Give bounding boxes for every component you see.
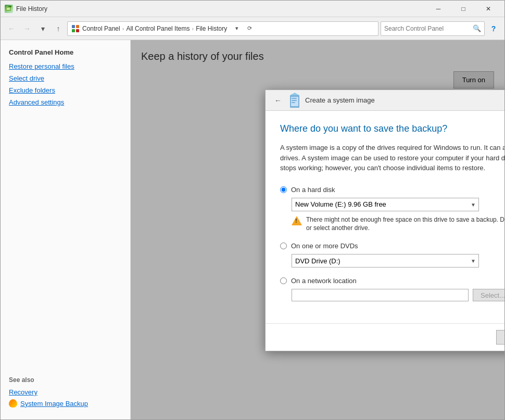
dialog-back-button[interactable]: ← <box>272 94 284 107</box>
hard-disk-label[interactable]: On a hard disk <box>291 186 335 194</box>
svg-rect-12 <box>292 102 295 103</box>
warning-row: There might not be enough free space on … <box>292 215 504 233</box>
dvd-dropdown-wrapper: DVD Drive (D:) ▼ <box>292 254 479 268</box>
network-option: On a network location <box>280 277 504 285</box>
toolbar: ← → ▾ ↑ Control Panel › All Control Pane… <box>1 17 504 40</box>
svg-rect-6 <box>76 29 79 32</box>
window-controls: ─ □ ✕ <box>426 1 500 17</box>
sidebar: Control Panel Home Restore personal file… <box>1 40 131 419</box>
hard-disk-section: On a hard disk New Volume (E:) 9.96 GB f… <box>280 186 504 233</box>
window-title: File History <box>16 5 426 12</box>
dvd-section: On one or more DVDs DVD Drive (D:) ▼ <box>280 242 504 268</box>
main-panel: Keep a history of your files Turn on ← <box>131 40 504 419</box>
select-location-button[interactable]: Select... <box>473 289 504 301</box>
search-icon: 🔍 <box>473 24 481 32</box>
network-label[interactable]: On a network location <box>291 277 357 285</box>
sidebar-link-drive[interactable]: Select drive <box>1 72 130 84</box>
minimize-button[interactable]: ─ <box>426 1 450 17</box>
network-location-row: Select... <box>292 289 504 301</box>
breadcrumb-file-history[interactable]: File History <box>196 25 227 32</box>
dialog-main-question: Where do you want to save the backup? <box>280 123 504 134</box>
address-bar: Control Panel › All Control Panel Items … <box>67 21 378 36</box>
sidebar-bottom: See also Recovery System Image Backup <box>1 376 131 409</box>
sidebar-link-advanced[interactable]: Advanced settings <box>1 96 130 108</box>
network-path-input[interactable] <box>292 289 469 301</box>
svg-rect-10 <box>292 98 297 99</box>
dialog-title-bar: ← Create a system image ✕ <box>266 90 504 111</box>
warning-text: There might not be enough free space on … <box>306 215 504 233</box>
hard-disk-radio[interactable] <box>280 186 287 193</box>
app-icon <box>5 5 13 13</box>
hard-disk-select[interactable]: New Volume (E:) 9.96 GB free <box>292 198 479 211</box>
next-button[interactable]: Next <box>496 330 504 345</box>
cp-icon <box>71 24 80 33</box>
svg-rect-3 <box>72 25 75 28</box>
search-box: 🔍 <box>381 21 485 36</box>
search-input[interactable] <box>384 25 473 32</box>
sidebar-link-system-image[interactable]: System Image Backup <box>9 398 122 409</box>
dialog-description: A system image is a copy of the drives r… <box>280 143 504 173</box>
dialog: ← Create a system image ✕ <box>265 90 504 351</box>
dialog-body: Where do you want to save the backup? A … <box>266 111 504 323</box>
dvd-select[interactable]: DVD Drive (D:) <box>292 254 479 268</box>
address-dropdown-button[interactable]: ▾ <box>231 22 243 35</box>
recovery-label: Recovery <box>9 388 37 396</box>
hard-disk-dropdown-wrapper: New Volume (E:) 9.96 GB free ▼ <box>292 198 479 211</box>
address-actions: ▾ ⟳ <box>231 22 255 35</box>
svg-rect-5 <box>72 29 75 32</box>
system-image-label: System Image Backup <box>20 400 88 408</box>
see-also-label: See also <box>9 376 122 384</box>
hard-disk-option: On a hard disk <box>280 186 504 194</box>
breadcrumb-control-panel[interactable]: Control Panel <box>82 25 120 32</box>
back-button[interactable]: ← <box>5 22 18 35</box>
refresh-button[interactable]: ⟳ <box>244 22 255 35</box>
svg-rect-1 <box>7 8 10 10</box>
dialog-title: Create a system image <box>305 96 504 104</box>
main-window: File History ─ □ ✕ ← → ▾ ↑ Control Panel… <box>0 0 505 420</box>
dialog-title-icon <box>288 92 301 109</box>
breadcrumb-all-items[interactable]: All Control Panel Items <box>126 25 190 32</box>
content-area: Control Panel Home Restore personal file… <box>1 40 504 419</box>
hard-disk-dropdown-row: New Volume (E:) 9.96 GB free ▼ <box>292 198 504 211</box>
window-close-button[interactable]: ✕ <box>476 1 500 17</box>
sidebar-link-restore[interactable]: Restore personal files <box>1 60 130 72</box>
up-button[interactable]: ↑ <box>52 22 65 35</box>
sidebar-link-exclude[interactable]: Exclude folders <box>1 84 130 96</box>
sidebar-heading: Control Panel Home <box>1 46 130 58</box>
svg-rect-4 <box>76 25 79 28</box>
maximize-button[interactable]: □ <box>451 1 475 17</box>
dvd-radio[interactable] <box>280 243 287 249</box>
shield-icon <box>9 399 17 408</box>
dvd-label[interactable]: On one or more DVDs <box>291 242 358 250</box>
recent-locations-button[interactable]: ▾ <box>36 22 49 35</box>
network-radio[interactable] <box>280 277 287 284</box>
svg-rect-11 <box>292 100 297 101</box>
title-bar: File History ─ □ ✕ <box>1 1 504 17</box>
network-section: On a network location Select... <box>280 277 504 301</box>
dvd-dropdown-row: DVD Drive (D:) ▼ <box>292 254 504 268</box>
dialog-footer: Next Cancel <box>266 323 504 351</box>
forward-button[interactable]: → <box>20 22 34 35</box>
warning-icon <box>292 216 302 225</box>
dvd-option: On one or more DVDs <box>280 242 504 250</box>
help-button[interactable]: ? <box>487 22 500 35</box>
sidebar-link-recovery[interactable]: Recovery <box>9 387 122 398</box>
svg-marker-9 <box>290 93 299 95</box>
